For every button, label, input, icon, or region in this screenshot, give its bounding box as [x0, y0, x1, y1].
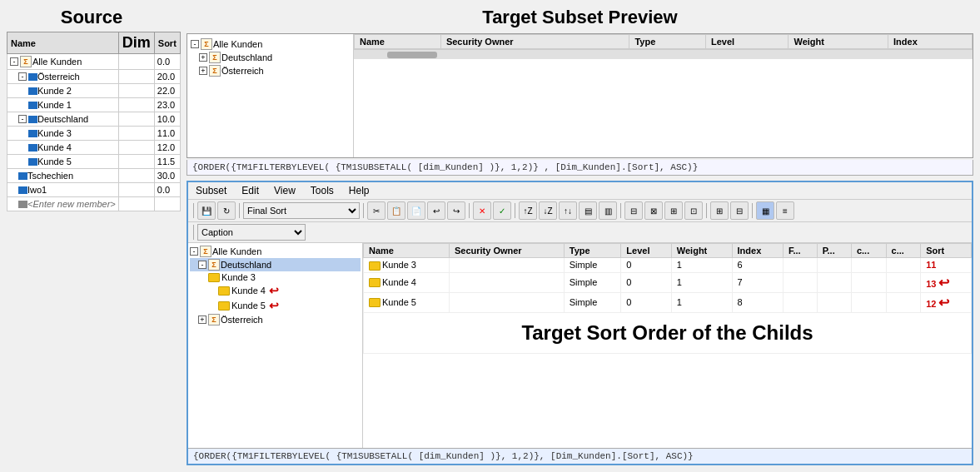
editor-tree: - Σ Alle Kunden - Σ Deutschland Kunde 3 [188, 243, 363, 448]
redo-button[interactable]: ↪ [447, 201, 465, 220]
menu-edit[interactable]: Edit [239, 184, 261, 197]
grid-btn1[interactable]: ⊞ [710, 201, 729, 220]
table-row[interactable]: Kunde 4 12.0 [7, 141, 181, 155]
expand-icon[interactable]: - [18, 72, 27, 81]
editor-menubar: Subset Edit View Tools Help [188, 182, 972, 200]
sort-cell [154, 197, 180, 211]
editor-toolbar-2: Caption [188, 222, 972, 243]
table-row[interactable]: Kunde 3 11.0 [7, 127, 181, 141]
sort-desc-button[interactable]: ↓Z [539, 201, 557, 220]
tree-member[interactable]: - Σ Alle Kunden [191, 37, 350, 51]
col-header: Level [705, 35, 788, 49]
refresh-button[interactable]: ↻ [217, 201, 236, 220]
col-header-index: Index [732, 244, 783, 258]
source-table: Name Dim Sort - Σ Alle Kunden 0.0 [7, 32, 181, 211]
table-row[interactable]: Kunde 1 23.0 [7, 98, 181, 112]
subset-dropdown[interactable]: Final Sort [243, 202, 360, 219]
tree-member[interactable]: + Σ Österreich [190, 313, 361, 326]
folder-icon [369, 278, 381, 287]
table-row[interactable]: - Deutschland 10.0 [7, 112, 181, 127]
col-header-weight: Weight [671, 244, 732, 258]
sort-cell: 12.0 [154, 141, 180, 155]
delete-button[interactable]: ✕ [473, 201, 491, 220]
col-name: Name [7, 32, 119, 54]
col-header-secowner: Security Owner [449, 244, 564, 258]
view-btn[interactable]: ▦ [756, 201, 774, 220]
sum-icon: Σ [209, 52, 221, 63]
member-icon [28, 144, 37, 152]
menu-view[interactable]: View [271, 184, 298, 197]
sort-cell: 23.0 [154, 98, 180, 112]
expand-icon[interactable]: + [199, 53, 207, 62]
menu-help[interactable]: Help [346, 184, 372, 197]
col-header-type: Type [564, 244, 621, 258]
copy-button[interactable]: 📋 [387, 201, 405, 220]
sort-btn5[interactable]: ▥ [599, 201, 617, 220]
table-row[interactable]: Tschechien 30.0 [7, 169, 181, 183]
tree-member[interactable]: Kunde 3 [190, 271, 361, 283]
menu-tools[interactable]: Tools [308, 184, 336, 197]
table-row[interactable]: Kunde 5 11.5 [7, 155, 181, 169]
sort-cell: 30.0 [154, 169, 180, 183]
expand-icon[interactable]: + [199, 67, 207, 75]
cell-p [817, 292, 851, 312]
tree-member[interactable]: + Σ Österreich [191, 64, 350, 77]
cell-type: Simple [564, 258, 621, 273]
cut-button[interactable]: ✂ [367, 201, 386, 220]
expand-icon[interactable]: - [10, 57, 18, 66]
table-row[interactable]: Iwo1 0.0 [7, 183, 181, 197]
expand-icon[interactable]: - [190, 247, 198, 256]
scrollbar-h[interactable] [354, 49, 973, 59]
member-label: Kunde 5 [37, 157, 72, 166]
target-title: Target Subset Preview [187, 7, 973, 28]
sort-asc-button[interactable]: ↑Z [519, 201, 537, 220]
table-row[interactable]: Kunde 3 Simple 0 1 6 [364, 258, 972, 273]
filter-btn2[interactable]: ⊠ [644, 201, 663, 220]
tree-member[interactable]: + Σ Deutschland [191, 51, 350, 64]
dim-cell [118, 98, 154, 112]
cell-name: Kunde 4 [364, 272, 450, 292]
table-row[interactable]: <Enter new member> [7, 197, 181, 211]
view-btn2[interactable]: ≡ [776, 201, 794, 220]
folder-icon [218, 286, 230, 296]
member-icon [28, 158, 37, 166]
col-header: Name [355, 35, 441, 49]
cell-c1 [851, 258, 886, 273]
tree-member[interactable]: Kunde 4 ↩ [190, 283, 361, 298]
red-curved-arrow: ↩ [938, 276, 949, 290]
filter-btn1[interactable]: ⊟ [624, 201, 643, 220]
sort-btn3[interactable]: ↑↓ [559, 201, 577, 220]
member-icon [28, 116, 37, 123]
save-button[interactable]: 💾 [197, 201, 216, 220]
grid-btn2[interactable]: ⊟ [730, 201, 749, 220]
filter-btn4[interactable]: ⊡ [684, 201, 703, 220]
check-button[interactable]: ✓ [493, 201, 511, 220]
member-icon [18, 201, 27, 208]
menu-subset[interactable]: Subset [193, 184, 229, 197]
table-row[interactable]: - Österreich 20.0 [7, 70, 181, 84]
undo-button[interactable]: ↩ [427, 201, 445, 220]
scrollbar-thumb[interactable] [387, 52, 437, 58]
table-row[interactable]: - Σ Alle Kunden 0.0 [7, 54, 181, 70]
col-dim: Dim [118, 32, 154, 54]
filter-btn3[interactable]: ⊞ [664, 201, 683, 220]
tree-member[interactable]: - Σ Alle Kunden [190, 245, 361, 258]
sort-btn4[interactable]: ▤ [579, 201, 597, 220]
expand-icon[interactable]: - [198, 261, 206, 269]
paste-button[interactable]: 📄 [407, 201, 425, 220]
expand-icon[interactable]: + [198, 315, 206, 324]
expand-icon[interactable]: - [18, 115, 27, 123]
col-sort: Sort [154, 32, 180, 54]
sum-icon: Σ [209, 65, 221, 77]
dim-cell [118, 183, 154, 197]
table-row[interactable]: Kunde 5 Simple 0 1 8 [364, 292, 972, 312]
dim-cell [118, 155, 154, 169]
caption-dropdown[interactable]: Caption [197, 224, 306, 241]
table-row[interactable]: Kunde 2 22.0 [7, 84, 181, 98]
tree-member-deutschland[interactable]: - Σ Deutschland [190, 258, 361, 271]
col-header: Security Owner [440, 35, 629, 49]
table-row[interactable]: Kunde 4 Simple 0 1 7 [364, 272, 972, 292]
tree-member[interactable]: Kunde 5 ↩ [190, 298, 361, 313]
expand-icon[interactable]: - [191, 40, 199, 48]
cell-f [783, 292, 817, 312]
